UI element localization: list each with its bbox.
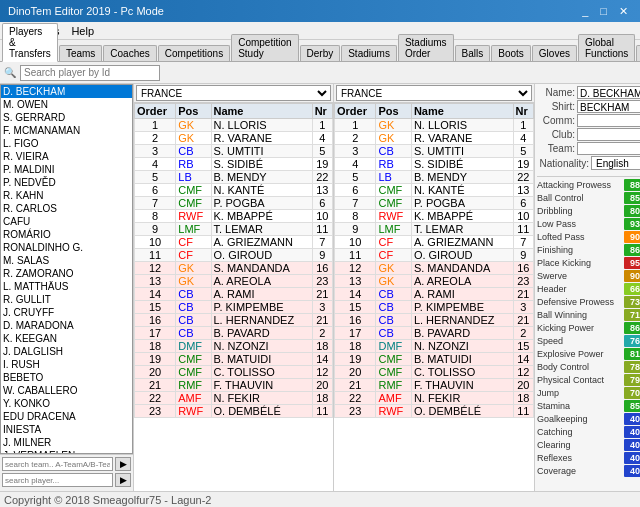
minimize-button[interactable]: _ xyxy=(578,5,592,18)
table-row[interactable]: 15CBP. KIMPEMBE3 xyxy=(335,301,534,314)
table-row[interactable]: 7CMFP. POGBA6 xyxy=(135,197,333,210)
table-row[interactable]: 5LBB. MENDY22 xyxy=(135,171,333,184)
table-row[interactable]: 12GKS. MANDANDA16 xyxy=(135,262,333,275)
table-row[interactable]: 16CBL. HERNANDEZ21 xyxy=(135,314,333,327)
player-item[interactable]: D. BECKHAM xyxy=(1,85,132,98)
table-row[interactable]: 8RWFK. MBAPPÉ10 xyxy=(335,210,534,223)
tab-boots[interactable]: Boots xyxy=(491,45,531,61)
player-item[interactable]: INIESTA xyxy=(1,423,132,436)
table-row[interactable]: 23RWFO. DEMBÉLÉ11 xyxy=(335,405,534,418)
table-row[interactable]: 3CBS. UMTITI5 xyxy=(135,145,333,158)
player-item[interactable]: R. KAHN xyxy=(1,189,132,202)
nationality-select[interactable]: EnglishFrenchSpanishGermanItalianBrazili… xyxy=(591,156,640,170)
player-item[interactable]: P. MALDINI xyxy=(1,163,132,176)
player-item[interactable]: D. MARADONA xyxy=(1,319,132,332)
dropdown2-select[interactable]: FRANCEENGLANDSPAINGERMANYITALYBRAZILARGE… xyxy=(336,85,532,101)
table-row[interactable]: 2GKR. VARANE4 xyxy=(135,132,333,145)
player-item[interactable]: L. FIGO xyxy=(1,137,132,150)
dropdown1-select[interactable]: FRANCEENGLANDSPAINGERMANYITALYBRAZILARGE… xyxy=(136,85,331,101)
table-row[interactable]: 4RBS. SIDIBÉ19 xyxy=(335,158,534,171)
table-row[interactable]: 23RWFO. DEMBÉLÉ11 xyxy=(135,405,333,418)
table-row[interactable]: 19CMFB. MATUIDI14 xyxy=(135,353,333,366)
table-row[interactable]: 17CBB. PAVARD2 xyxy=(335,327,534,340)
tab-derby[interactable]: Derby xyxy=(300,45,341,61)
player-search-button[interactable]: ▶ xyxy=(115,473,131,487)
table-row[interactable]: 21RMFF. THAUVIN20 xyxy=(335,379,534,392)
player-search-input[interactable] xyxy=(2,473,113,487)
tab-balls[interactable]: Balls xyxy=(455,45,491,61)
name-row: Name: D. BECKHAM xyxy=(537,86,640,99)
table-row[interactable]: 5LBB. MENDY22 xyxy=(335,171,534,184)
player-item[interactable]: J. CRUYFF xyxy=(1,306,132,319)
tab-competitions[interactable]: Competitions xyxy=(158,45,230,61)
player-item[interactable]: I. RUSH xyxy=(1,358,132,371)
player-item[interactable]: P. NEDVĚD xyxy=(1,176,132,189)
table-row[interactable]: 12GKS. MANDANDA16 xyxy=(335,262,534,275)
table-row[interactable]: 20CMFC. TOLISSO12 xyxy=(135,366,333,379)
table-row[interactable]: 16CBL. HERNANDEZ21 xyxy=(335,314,534,327)
player-item[interactable]: S. GERRARD xyxy=(1,111,132,124)
table-row[interactable]: 14CBA. RAMI21 xyxy=(135,288,333,301)
player-item[interactable]: R. ZAMORANO xyxy=(1,267,132,280)
close-button[interactable]: ✕ xyxy=(615,5,632,18)
tab-stadiums-order[interactable]: Stadiums Order xyxy=(398,34,454,61)
tab-coaches[interactable]: Coaches xyxy=(103,45,156,61)
maximize-button[interactable]: □ xyxy=(596,5,611,18)
table-row[interactable]: 6CMFN. KANTÉ13 xyxy=(135,184,333,197)
tab-players--transfers[interactable]: Players & Transfers xyxy=(2,23,58,62)
team-search-input[interactable] xyxy=(2,457,113,471)
player-item[interactable]: ROMÁRIO xyxy=(1,228,132,241)
player-item[interactable]: M. SALAS xyxy=(1,254,132,267)
player-item[interactable]: R. GULLIT xyxy=(1,293,132,306)
table-row[interactable]: 11CFO. GIROUD9 xyxy=(335,249,534,262)
player-item[interactable]: R. CARLOS xyxy=(1,202,132,215)
table-row[interactable]: 8RWFK. MBAPPÉ10 xyxy=(135,210,333,223)
menu-help[interactable]: Help xyxy=(71,25,94,37)
player-item[interactable]: J. MILNER xyxy=(1,436,132,449)
player-item[interactable]: Y. KONKO xyxy=(1,397,132,410)
team-search-button[interactable]: ▶ xyxy=(115,457,131,471)
table-row[interactable]: 6CMFN. KANTÉ13 xyxy=(335,184,534,197)
tab-fmstats[interactable]: FmStats xyxy=(636,45,640,61)
table-row[interactable]: 9LMFT. LEMAR11 xyxy=(335,223,534,236)
player-item[interactable]: J. DALGLISH xyxy=(1,345,132,358)
tab-global-functions[interactable]: Global Functions xyxy=(578,34,635,61)
table-row[interactable]: 18DMFN. NZONZI18 xyxy=(135,340,333,353)
table-row[interactable]: 13GKA. AREOLA23 xyxy=(335,275,534,288)
search-input[interactable] xyxy=(20,65,160,81)
table-row[interactable]: 14CBA. RAMI21 xyxy=(335,288,534,301)
player-item[interactable]: M. OWEN xyxy=(1,98,132,111)
player-item[interactable]: EDU DRACENA xyxy=(1,410,132,423)
table-row[interactable]: 10CFA. GRIEZMANN7 xyxy=(135,236,333,249)
table-row[interactable]: 17CBB. PAVARD2 xyxy=(135,327,333,340)
table-row[interactable]: 1GKN. LLORIS1 xyxy=(335,119,534,132)
tab-competition-study[interactable]: Competition Study xyxy=(231,34,298,61)
tab-stadiums[interactable]: Stadiums xyxy=(341,45,397,61)
table-row[interactable]: 19CMFB. MATUIDI14 xyxy=(335,353,534,366)
player-item[interactable]: W. CABALLERO xyxy=(1,384,132,397)
table-row[interactable]: 9LMFT. LEMAR11 xyxy=(135,223,333,236)
tab-teams[interactable]: Teams xyxy=(59,45,102,61)
table-row[interactable]: 7CMFP. POGBA6 xyxy=(335,197,534,210)
table-row[interactable]: 20CMFC. TOLISSO12 xyxy=(335,366,534,379)
table-row[interactable]: 2GKR. VARANE4 xyxy=(335,132,534,145)
table-row[interactable]: 3CBS. UMTITI5 xyxy=(335,145,534,158)
table-row[interactable]: 1GKN. LLORIS1 xyxy=(135,119,333,132)
table-row[interactable]: 22AMFN. FEKIR18 xyxy=(135,392,333,405)
table-row[interactable]: 21RMFF. THAUVIN20 xyxy=(135,379,333,392)
table-row[interactable]: 13GKA. AREOLA23 xyxy=(135,275,333,288)
player-item[interactable]: R. VIEIRA xyxy=(1,150,132,163)
player-item[interactable]: F. MCMANAMAN xyxy=(1,124,132,137)
table-row[interactable]: 15CBP. KIMPEMBE3 xyxy=(135,301,333,314)
table-row[interactable]: 18DMFN. NZONZI15 xyxy=(335,340,534,353)
player-item[interactable]: RONALDINHO G. xyxy=(1,241,132,254)
player-item[interactable]: L. MATTHÄUS xyxy=(1,280,132,293)
table-row[interactable]: 11CFO. GIROUD9 xyxy=(135,249,333,262)
player-item[interactable]: BEBETO xyxy=(1,371,132,384)
table-row[interactable]: 22AMFN. FEKIR18 xyxy=(335,392,534,405)
player-item[interactable]: CAFU xyxy=(1,215,132,228)
table-row[interactable]: 10CFA. GRIEZMANN7 xyxy=(335,236,534,249)
tab-gloves[interactable]: Gloves xyxy=(532,45,577,61)
player-item[interactable]: K. KEEGAN xyxy=(1,332,132,345)
table-row[interactable]: 4RBS. SIDIBÉ19 xyxy=(135,158,333,171)
